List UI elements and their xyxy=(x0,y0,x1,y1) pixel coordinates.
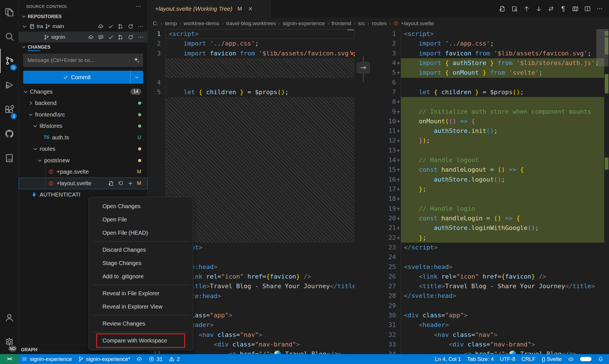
changes-section-header[interactable]: CHANGES xyxy=(19,42,147,52)
status-cursor-position[interactable]: Ln 4, Col 1 xyxy=(432,354,464,364)
menu-item-reveal-in-explorer-view[interactable]: Reveal in Explorer View xyxy=(89,300,193,313)
refresh-icon[interactable] xyxy=(127,34,134,40)
cloud-upload-icon[interactable] xyxy=(98,23,104,29)
git-merge-plus-icon[interactable] xyxy=(117,23,124,29)
sidebar-item-changes-group[interactable]: Changes14 xyxy=(19,86,147,98)
activity-item-source-control[interactable] xyxy=(0,49,18,73)
status-copilot[interactable] xyxy=(565,354,577,364)
activity-item-extensions[interactable]: 3 xyxy=(0,97,18,122)
menu-item-open-file[interactable]: Open File xyxy=(89,213,193,226)
diff-editor: 1<script>2 import '../app.css';3 import … xyxy=(148,29,609,354)
menu-item-review-changes[interactable]: Review Changes xyxy=(89,317,193,330)
status-branch[interactable]: signin-experience* xyxy=(75,354,133,364)
status-eol[interactable]: CRLF xyxy=(518,354,539,364)
sidebar-item-page-svelte[interactable]: +page.svelteM xyxy=(19,166,147,178)
activity-item-search[interactable] xyxy=(0,24,18,49)
pilcrow-icon[interactable]: ¶ xyxy=(558,4,568,14)
discard-icon[interactable] xyxy=(117,180,124,187)
status-copilot-usage[interactable] xyxy=(577,354,595,364)
cloud-upload-icon[interactable] xyxy=(88,34,94,40)
repo-row-repo-travel-blog[interactable]: tramain xyxy=(19,21,147,32)
diff-modified-editor[interactable]: 1<script>2 import '../app.css';3 import … xyxy=(383,29,609,354)
comment-icon[interactable] xyxy=(98,34,104,40)
map-icon[interactable] xyxy=(571,4,580,14)
code-content: import { onMount } from 'svelte'; xyxy=(401,68,609,77)
code-content: </svelte:head> xyxy=(166,291,355,301)
status-workspace[interactable]: signin-experience xyxy=(19,354,75,364)
breadcrumb-item-1[interactable]: temp xyxy=(165,20,177,27)
menu-item-open-file-head[interactable]: Open File (HEAD) xyxy=(89,226,193,240)
sidebar-item-posts-new[interactable]: posts\new xyxy=(19,155,147,166)
open-file-icon[interactable] xyxy=(108,180,114,187)
breadcrumb-item-4[interactable]: signin-experience xyxy=(283,20,325,27)
repo-row-worktree-signin[interactable]: signin xyxy=(19,32,147,42)
sidebar-item-backend[interactable]: backend xyxy=(19,98,147,109)
status-encoding[interactable]: UTF-8 xyxy=(497,354,518,364)
revert-block-button[interactable]: → xyxy=(357,62,370,73)
sidebar-item-lib-stores[interactable]: lib\stores xyxy=(19,120,147,132)
open-file-icon[interactable] xyxy=(498,4,507,14)
activity-item-run-and-debug[interactable] xyxy=(0,73,18,97)
more-icon[interactable] xyxy=(137,34,143,40)
sidebar-item-layout-svelte[interactable]: +layout.svelteM xyxy=(19,178,147,189)
menu-item-reveal-in-file-explorer[interactable]: Reveal in File Explorer xyxy=(89,287,193,300)
arrow-down-icon[interactable] xyxy=(534,4,544,14)
breadcrumb-item-3[interactable]: travel-blog.worktrees xyxy=(226,20,276,27)
activity-item-accounts[interactable] xyxy=(0,305,18,330)
check-icon[interactable] xyxy=(108,23,114,29)
breadcrumb-file[interactable]: +layout.svelte xyxy=(393,20,434,27)
breadcrumb-item-2[interactable]: worktree-demo xyxy=(184,20,220,27)
search-icon xyxy=(4,31,14,42)
status-warnings[interactable]: 2 xyxy=(166,354,183,364)
code-line: 1<script> xyxy=(383,29,609,39)
sparkle-icon[interactable] xyxy=(133,56,140,65)
overview-ruler xyxy=(348,29,355,354)
scrollbar-thumb[interactable] xyxy=(347,29,354,31)
status-notifications[interactable] xyxy=(595,354,607,364)
tab-layout-svelte[interactable]: +layout.svelte (Working Tree) M xyxy=(148,0,271,18)
code-line: 3 import favicon from '$lib/assets/favic… xyxy=(148,49,355,58)
commit-message-input[interactable] xyxy=(23,54,143,67)
more-icon[interactable] xyxy=(595,4,604,14)
repo-label: signin xyxy=(51,34,65,40)
repositories-section-header[interactable]: REPOSITORIES xyxy=(19,12,147,21)
breadcrumb-item-6[interactable]: src xyxy=(358,20,365,27)
menu-item-open-changes[interactable]: Open Changes xyxy=(89,200,193,213)
remote-indicator[interactable]: >< xyxy=(0,354,19,364)
activity-item-log-viewer[interactable]: LOG xyxy=(0,146,18,170)
git-merge-plus-icon[interactable] xyxy=(117,34,124,40)
split-editor-icon[interactable] xyxy=(583,4,592,14)
status-language-mode[interactable]: {} Svelte xyxy=(539,354,565,364)
status-publish[interactable] xyxy=(133,354,145,364)
activity-item-explorer[interactable] xyxy=(0,0,18,24)
arrow-up-icon[interactable] xyxy=(522,4,531,14)
status-errors[interactable]: 31 xyxy=(145,354,166,364)
commit-button[interactable]: Commit xyxy=(23,71,143,84)
sidebar-item-auth-ts[interactable]: TSauth.tsU xyxy=(19,132,147,143)
scrollbar-thumb[interactable] xyxy=(596,29,608,66)
code-content: import '../app.css'; xyxy=(166,39,355,48)
book-search-icon[interactable] xyxy=(510,4,519,14)
more-actions-icon[interactable] xyxy=(134,2,142,10)
breadcrumb-item-7[interactable]: routes xyxy=(372,20,387,27)
menu-item-compare-with-workspace[interactable]: Compare with Workspace xyxy=(89,334,193,347)
status-indentation[interactable]: Tab Size: 4 xyxy=(464,354,497,364)
breadcrumb-separator: › xyxy=(368,21,369,26)
menu-item-discard-changes[interactable]: Discard Changes xyxy=(89,243,193,257)
sidebar-item-routes[interactable]: routes xyxy=(19,143,147,155)
sidebar-item-frontend-src[interactable]: frontend\src xyxy=(19,109,147,120)
refresh-icon[interactable] xyxy=(127,23,134,29)
menu-item-stage-changes[interactable]: Stage Changes xyxy=(89,257,193,270)
more-icon[interactable] xyxy=(137,23,143,29)
breadcrumb-item-5[interactable]: frontend xyxy=(332,20,351,27)
activity-item-github[interactable] xyxy=(0,122,18,146)
breadcrumb-item-0[interactable]: C: xyxy=(153,20,158,27)
close-icon[interactable] xyxy=(246,5,254,13)
plus-icon[interactable] xyxy=(127,180,134,187)
chevron-down-icon[interactable] xyxy=(22,23,27,29)
swap-icon[interactable] xyxy=(546,4,556,14)
activity-item-settings[interactable]: NO xyxy=(0,330,18,354)
commit-dropdown[interactable] xyxy=(130,71,143,84)
check-icon[interactable] xyxy=(108,34,114,40)
menu-item-add-to-gitignore[interactable]: Add to .gitignore xyxy=(89,270,193,283)
